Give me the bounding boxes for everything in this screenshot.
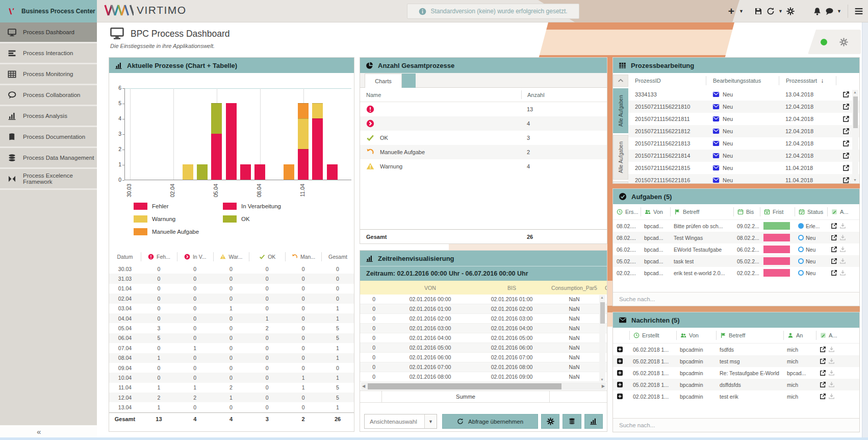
download-icon <box>839 223 846 229</box>
sidebar-item-process-monitoring[interactable]: Process Monitoring <box>0 64 97 85</box>
refresh-caret-icon[interactable]: ▼ <box>777 9 784 14</box>
vertical-scrollbar-track[interactable] <box>862 22 868 437</box>
horizontal-scrollbar-track[interactable] <box>0 437 868 440</box>
sidebar-item-process-data-management[interactable]: Process Data Management <box>0 148 97 169</box>
expand-message-button[interactable] <box>617 346 623 353</box>
open-message-button[interactable] <box>820 370 826 376</box>
external-link-icon <box>820 393 826 400</box>
envelope-new-icon <box>712 115 720 123</box>
add-caret-icon[interactable]: ▼ <box>737 9 745 14</box>
topbar: VIRTIMO Standardversion (keine) wurde er… <box>97 0 868 22</box>
table-row[interactable]: 05.02.2018 1... bpcadmin dsffdsfds mich <box>613 379 859 390</box>
download-button[interactable] <box>839 270 846 276</box>
table-row[interactable]: 3334133 Neu 13.04.2018 <box>628 88 859 101</box>
download-button[interactable] <box>839 258 846 264</box>
table-row[interactable]: 02.02.2018 1... bpcadmin test erik mich <box>613 390 859 402</box>
search-input[interactable] <box>613 292 859 306</box>
collapse-sidebar-button[interactable]: « <box>37 427 41 436</box>
open-task-button[interactable] <box>831 258 837 264</box>
messages-caret-icon[interactable]: ▼ <box>835 9 843 14</box>
open-message-button[interactable] <box>820 358 826 364</box>
horizontal-scrollbar[interactable]: ◀▶ <box>361 382 606 390</box>
open-task-button[interactable] <box>831 223 837 229</box>
table-row[interactable]: 201507211156221815 Neu 11.04.2018 <box>628 162 859 174</box>
expand-message-button[interactable] <box>617 381 623 388</box>
open-process-button[interactable] <box>843 91 850 98</box>
open-message-button[interactable] <box>820 381 826 388</box>
messages-button[interactable] <box>823 4 835 19</box>
open-process-button[interactable] <box>843 164 850 172</box>
settings-button[interactable] <box>784 4 797 19</box>
open-task-button[interactable] <box>831 246 837 253</box>
tab-selected[interactable] <box>402 74 416 88</box>
status-dot <box>798 247 804 252</box>
open-process-button[interactable] <box>843 115 850 123</box>
download-button[interactable] <box>828 381 835 388</box>
table-row[interactable]: 05.02.... bpcad... task test 05.02.2... … <box>613 255 859 267</box>
tab-alle-aufgaben-2[interactable]: Alle Aufgaben <box>613 135 628 180</box>
sidebar-item-process-interaction[interactable]: Process Interaction <box>0 43 97 64</box>
refresh-icon <box>767 7 775 15</box>
open-message-button[interactable] <box>820 393 826 400</box>
table-row[interactable]: 201507211156221814 Neu 12.04.2018 <box>628 150 859 162</box>
bell-icon <box>813 7 822 16</box>
table-header: Ers...VonBetreffBisFristStatusA... <box>613 204 859 220</box>
download-button[interactable] <box>828 393 835 400</box>
apply-query-button[interactable]: Abfrage übernehmen <box>442 414 538 429</box>
download-button[interactable] <box>839 246 846 253</box>
open-process-button[interactable] <box>843 177 850 184</box>
chart-button[interactable] <box>584 414 603 429</box>
refresh-button[interactable] <box>764 4 777 19</box>
users-icon <box>680 332 686 338</box>
table-row[interactable]: 05.02.2018 1... bpcadmin test msg mich <box>613 355 859 367</box>
settings-button[interactable] <box>541 414 559 429</box>
table-row[interactable]: 201507211156221816 Neu 11.04.2018 <box>628 174 859 184</box>
expand-message-button[interactable] <box>617 393 623 400</box>
table-row[interactable]: 201507211156221811 Neu 12.04.2018 <box>628 113 859 125</box>
open-task-button[interactable] <box>831 234 837 241</box>
table-row[interactable]: 08.02.... bpcad... Test Wingas 08.02.2..… <box>613 232 859 243</box>
external-link-icon <box>831 258 837 264</box>
scroll-up-button[interactable] <box>613 75 628 87</box>
search-input[interactable] <box>613 419 859 432</box>
table-row[interactable]: 201507211156221813 Neu 12.04.2018 <box>628 137 859 150</box>
table-row[interactable]: 201507211156221812 Neu 12.04.2018 <box>628 125 859 137</box>
open-process-button[interactable] <box>843 103 850 110</box>
open-process-button[interactable] <box>843 128 850 135</box>
add-button[interactable]: + <box>725 4 737 19</box>
vertical-scrollbar[interactable]: ▲▼ <box>599 295 605 382</box>
table-row[interactable]: 05.02.2018 1... bpcadmin Re: Testaufgabe… <box>613 367 859 379</box>
open-message-button[interactable] <box>820 346 826 353</box>
sidebar-item-process-documentation[interactable]: Process Documentation <box>0 127 97 148</box>
table-row[interactable]: 02.02.... bpcad... erik test e-world 2.0… <box>613 267 859 279</box>
tab-alle-aufgaben[interactable]: Alle Aufgaben <box>613 88 628 133</box>
scroll-down-button[interactable] <box>613 181 628 184</box>
download-button[interactable] <box>839 223 846 229</box>
menu-button[interactable] <box>853 4 865 19</box>
expand-message-button[interactable] <box>617 370 623 376</box>
download-button[interactable] <box>828 358 835 364</box>
open-process-button[interactable] <box>843 140 850 147</box>
table-icon <box>8 70 16 79</box>
tab-charts[interactable]: Charts <box>365 74 402 88</box>
open-process-button[interactable] <box>843 152 850 159</box>
datasource-button[interactable] <box>563 414 581 429</box>
sidebar-item-process-excelence-framework[interactable]: Process Excelence Framework <box>0 169 97 190</box>
sidebar-item-process-dashboard[interactable]: Process Dashboard <box>0 22 97 43</box>
view-select[interactable]: Ansichtenauswahl ▼ <box>364 414 437 429</box>
table-row[interactable]: 06.02.2018 1... bpcadmin fsdfds mich <box>613 344 859 355</box>
panel-aktuelle-prozesse: Aktuelle Prozesse (Chart + Tabelle) 0123… <box>109 57 354 432</box>
vertical-scrollbar[interactable]: ▲▼ <box>852 90 858 182</box>
sidebar-item-process-collaboration[interactable]: Process Collaboration <box>0 85 97 106</box>
download-button[interactable] <box>828 370 835 376</box>
download-button[interactable] <box>839 234 846 241</box>
save-button[interactable] <box>752 4 764 19</box>
expand-message-button[interactable] <box>617 358 623 364</box>
table-row[interactable]: 08.02.... bpcad... Bitte prüfen ob sch..… <box>613 220 859 232</box>
open-task-button[interactable] <box>831 270 837 276</box>
table-row[interactable]: 201507211156221810 Neu 12.04.2018 <box>628 101 859 113</box>
notifications-button[interactable] <box>811 4 823 19</box>
sidebar-item-process-analysis[interactable]: Process Analysis <box>0 106 97 127</box>
download-button[interactable] <box>828 346 835 353</box>
table-row[interactable]: 06.02.... bpcad... EWorld Testaufgabe 06… <box>613 243 859 255</box>
